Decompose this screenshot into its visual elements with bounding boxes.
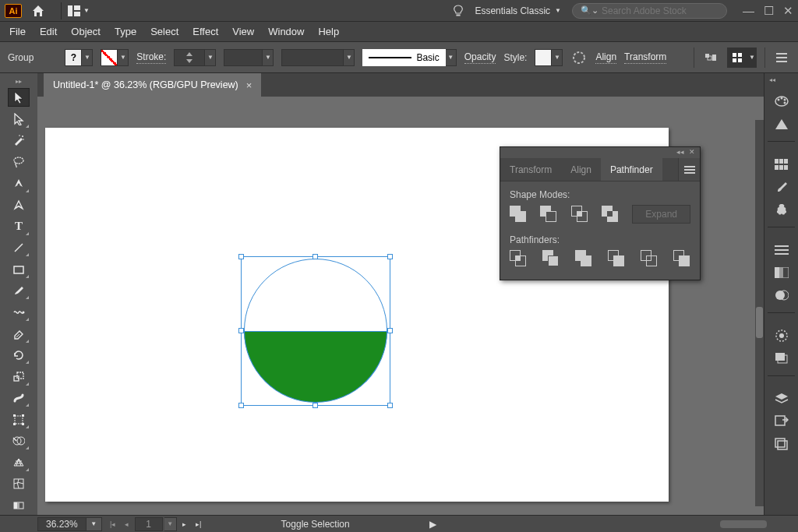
window-maximize-icon[interactable]: ☐	[764, 4, 774, 18]
chevron-down-icon[interactable]: ▼	[749, 54, 755, 61]
outline-icon[interactable]	[641, 250, 658, 267]
menu-help[interactable]: Help	[318, 26, 339, 37]
graphic-styles-panel-icon[interactable]	[770, 348, 793, 368]
next-artboard-icon[interactable]: ▸	[178, 518, 191, 530]
paintbrush-tool[interactable]	[8, 281, 30, 301]
selection-handle[interactable]	[312, 254, 318, 259]
menu-file[interactable]: File	[9, 26, 26, 37]
search-stock-field[interactable]: 🔍⌄	[572, 3, 727, 19]
scale-tool[interactable]	[8, 367, 30, 386]
curvature-tool[interactable]	[8, 196, 30, 215]
exclude-icon[interactable]	[602, 206, 616, 223]
stroke-weight-dropdown[interactable]: ▼	[205, 49, 216, 66]
menu-effect[interactable]: Effect	[192, 26, 218, 37]
crop-icon[interactable]	[608, 250, 625, 267]
vertical-scrollbar[interactable]	[755, 120, 764, 506]
menu-select[interactable]: Select	[150, 26, 178, 37]
stroke-swatch[interactable]	[101, 49, 118, 66]
selection-handle[interactable]	[387, 403, 393, 408]
stroke-weight-field[interactable]	[174, 49, 205, 66]
search-input[interactable]	[602, 5, 719, 16]
rotate-tool[interactable]	[8, 346, 30, 365]
panel-collapse-icon[interactable]: ◂◂	[676, 148, 684, 157]
brush-definition[interactable]	[281, 49, 344, 66]
tab-pathfinder[interactable]: Pathfinder	[601, 158, 662, 181]
asset-export-panel-icon[interactable]	[770, 411, 793, 432]
pen-tool[interactable]	[8, 174, 30, 193]
tab-align[interactable]: Align	[561, 158, 601, 181]
stroke-panel-link[interactable]: Stroke:	[136, 51, 166, 64]
selection-bounding-box[interactable]	[241, 256, 390, 406]
symbols-panel-icon[interactable]	[770, 199, 793, 220]
color-guide-panel-icon[interactable]	[770, 114, 793, 134]
menu-edit[interactable]: Edit	[40, 26, 57, 37]
edit-contents-icon[interactable]	[729, 49, 746, 66]
swatches-panel-icon[interactable]	[770, 154, 793, 174]
layers-panel-icon[interactable]	[770, 389, 793, 409]
close-tab-icon[interactable]: ×	[246, 79, 252, 91]
gradient-panel-icon[interactable]	[770, 262, 793, 283]
discover-icon[interactable]	[453, 5, 464, 17]
selection-handle[interactable]	[238, 254, 244, 259]
merge-icon[interactable]	[575, 250, 592, 267]
eraser-tool[interactable]	[8, 324, 30, 344]
menu-type[interactable]: Type	[115, 26, 136, 37]
var-width-dropdown[interactable]: ▼	[263, 49, 274, 66]
selection-handle[interactable]	[387, 254, 393, 259]
unite-icon[interactable]	[510, 206, 524, 223]
perspective-grid-tool[interactable]	[8, 453, 30, 472]
divide-icon[interactable]	[510, 250, 527, 267]
panel-close-icon[interactable]: ✕	[689, 148, 695, 157]
selection-handle[interactable]	[238, 403, 244, 408]
shaper-tool[interactable]	[8, 302, 30, 322]
color-panel-icon[interactable]	[770, 91, 793, 111]
minus-back-icon[interactable]	[673, 250, 690, 267]
artboards-panel-icon[interactable]	[770, 434, 793, 454]
free-transform-tool[interactable]	[8, 410, 30, 429]
workspace-switcher[interactable]: Essentials Classic ▼	[475, 5, 561, 16]
var-width-profile[interactable]	[224, 49, 263, 66]
transform-link[interactable]: Transform	[624, 51, 666, 64]
selection-tool[interactable]	[8, 88, 30, 107]
menu-window[interactable]: Window	[268, 26, 304, 37]
first-artboard-icon[interactable]: |◂	[107, 518, 119, 530]
appearance-panel-icon[interactable]	[770, 326, 793, 346]
brushes-panel-icon[interactable]	[770, 177, 793, 197]
prev-artboard-icon[interactable]: ◂	[121, 518, 133, 530]
vertical-scroll-thumb[interactable]	[756, 307, 763, 338]
menu-object[interactable]: Object	[71, 26, 101, 37]
magic-wand-tool[interactable]	[8, 131, 30, 150]
selection-handle[interactable]	[238, 328, 244, 333]
style-swatch[interactable]	[535, 49, 552, 66]
opacity-link[interactable]: Opacity	[464, 51, 496, 64]
isolate-group-icon[interactable]	[702, 49, 719, 66]
selection-handle[interactable]	[387, 328, 393, 333]
menu-view[interactable]: View	[232, 26, 254, 37]
shape-builder-tool[interactable]	[8, 432, 30, 451]
panel-menu-icon[interactable]	[678, 158, 700, 181]
intersect-icon[interactable]	[571, 206, 586, 223]
artboard-number-field[interactable]: 1	[135, 517, 163, 531]
arrange-documents-button[interactable]: ▼	[68, 5, 90, 16]
width-tool[interactable]	[8, 389, 30, 408]
home-icon[interactable]	[30, 2, 47, 19]
stroke-color-dropdown[interactable]: ▼	[118, 49, 129, 66]
trim-icon[interactable]	[542, 250, 560, 267]
line-segment-tool[interactable]	[8, 238, 30, 258]
window-minimize-icon[interactable]: —	[743, 4, 754, 18]
mesh-tool[interactable]	[8, 474, 30, 494]
type-tool[interactable]: T	[8, 217, 30, 236]
stroke-panel-icon[interactable]	[770, 240, 793, 260]
tools-collapse-icon[interactable]: ▸▸	[0, 78, 37, 86]
zoom-dropdown[interactable]: ▼	[87, 517, 102, 531]
control-bar-menu-icon[interactable]	[773, 49, 790, 66]
rectangle-tool[interactable]	[8, 259, 30, 279]
align-link[interactable]: Align	[595, 51, 616, 64]
direct-selection-tool[interactable]	[8, 109, 30, 129]
lasso-tool[interactable]	[8, 153, 30, 172]
horizontal-scroll-thumb[interactable]	[720, 520, 767, 528]
graphic-style-basic[interactable]: Basic	[362, 49, 445, 66]
fill-swatch[interactable]: ?	[65, 49, 82, 66]
last-artboard-icon[interactable]: ▸|	[192, 518, 205, 530]
zoom-level-field[interactable]: 36.23%	[37, 517, 87, 531]
